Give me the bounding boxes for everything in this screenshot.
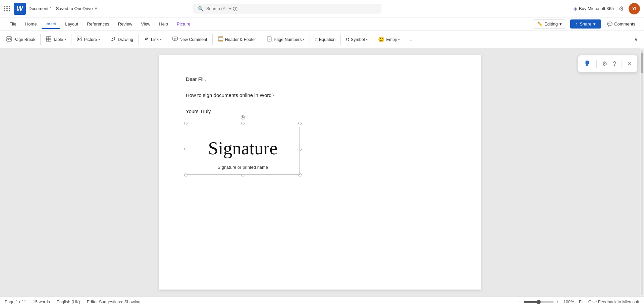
ribbon-sep-6 xyxy=(212,34,213,45)
page-numbers-icon: 1 xyxy=(266,36,272,43)
microphone-button[interactable]: 🎙 xyxy=(584,59,591,68)
title-chevron-icon[interactable]: ∨ xyxy=(95,6,97,11)
new-comment-label: New Comment xyxy=(179,37,207,42)
emoji-label: Emoji xyxy=(386,37,396,42)
ribbon-equation[interactable]: π Equation xyxy=(312,35,338,44)
handle-tc[interactable] xyxy=(241,122,245,125)
voice-close-button[interactable]: ✕ xyxy=(627,61,632,67)
closing-text: Yours Truly, xyxy=(186,107,454,115)
editor-suggestions: Editor Suggestions: Showing xyxy=(87,300,141,304)
picture-label: Picture xyxy=(84,37,97,42)
zoom-minus-button[interactable]: − xyxy=(518,299,521,305)
voice-separator-2 xyxy=(622,60,622,68)
status-bar: Page 1 of 1 15 words English (UK) Editor… xyxy=(0,296,644,307)
share-button[interactable]: ↑ Share ▾ xyxy=(570,19,601,29)
ribbon-picture[interactable]: Picture ▾ xyxy=(74,34,103,45)
ribbon-drawing[interactable]: Drawing xyxy=(108,34,136,45)
zoom-knob xyxy=(537,300,541,304)
menu-home[interactable]: Home xyxy=(21,19,41,29)
ribbon-more[interactable]: ... xyxy=(408,36,416,44)
ribbon-header-footer[interactable]: Header & Footer xyxy=(215,34,259,45)
ribbon-table[interactable]: Table ▾ xyxy=(43,34,69,45)
settings-button[interactable]: ⚙ xyxy=(619,5,624,12)
rotate-handle[interactable]: ↻ xyxy=(241,115,245,119)
svg-rect-15 xyxy=(218,40,223,41)
emoji-chevron-icon: ▾ xyxy=(398,38,400,41)
menu-help[interactable]: Help xyxy=(155,19,172,29)
ribbon-symbol[interactable]: Ω Symbol ▾ xyxy=(343,35,370,44)
editing-chevron-icon: ▾ xyxy=(559,21,562,27)
menu-bar: File Home Insert Layout References Revie… xyxy=(0,17,644,31)
svg-rect-10 xyxy=(173,37,177,40)
editing-pencil-icon: ✏️ xyxy=(537,21,543,27)
ribbon-page-numbers[interactable]: 1 Page Numbers ▾ xyxy=(264,34,307,45)
zoom-slider[interactable] xyxy=(524,301,554,303)
rotate-circle-icon: ↻ xyxy=(241,115,245,119)
table-icon xyxy=(46,36,52,43)
signature-box: Signature Signature or printed name xyxy=(186,127,300,175)
app-grid-icon[interactable] xyxy=(4,6,10,11)
ribbon-sep-1 xyxy=(40,34,41,45)
search-input[interactable] xyxy=(206,6,377,11)
menu-insert[interactable]: Insert xyxy=(42,19,61,29)
ribbon-new-comment[interactable]: New Comment xyxy=(169,34,210,45)
language: English (UK) xyxy=(57,300,80,304)
feedback-label[interactable]: Give Feedback to Microsoft xyxy=(588,300,639,304)
document-content: Dear Fill, How to sign documents online … xyxy=(186,75,454,175)
voice-help-button[interactable]: ? xyxy=(613,60,616,67)
ribbon-link[interactable]: Link ▾ xyxy=(141,34,164,45)
zoom-plus-button[interactable]: + xyxy=(556,299,559,305)
user-avatar[interactable]: YI xyxy=(629,3,640,14)
link-icon xyxy=(144,36,150,43)
editing-button[interactable]: ✏️ Editing ▾ xyxy=(533,19,566,29)
title-bar: W Document 1 - Saved to OneDrive ∨ 🔍 ◈ B… xyxy=(0,0,644,17)
zoom-control: − + xyxy=(518,299,559,305)
ribbon-page-break[interactable]: Page Break xyxy=(3,34,38,45)
menu-file[interactable]: File xyxy=(5,19,20,29)
svg-rect-7 xyxy=(77,37,82,41)
symbol-label: Symbol xyxy=(351,37,365,42)
handle-tr[interactable] xyxy=(298,122,302,125)
signature-area[interactable]: ↻ xyxy=(186,123,300,175)
menu-picture[interactable]: Picture xyxy=(173,19,194,29)
document-title: Document 1 - Saved to OneDrive xyxy=(29,6,93,11)
ribbon-sep-10 xyxy=(373,34,373,45)
handle-tl[interactable] xyxy=(184,122,187,125)
comments-label: Comments xyxy=(614,21,635,27)
picture-icon xyxy=(76,36,83,43)
ribbon-collapse-button[interactable]: ∧ xyxy=(631,35,641,44)
page-info: Page 1 of 1 xyxy=(5,300,26,304)
voice-settings-button[interactable]: ⚙ xyxy=(602,60,607,67)
voice-panel: 🎙 ⚙ ? ✕ xyxy=(578,55,637,72)
more-label: ... xyxy=(410,37,414,42)
scrollbar-thumb[interactable] xyxy=(641,53,643,73)
comments-button[interactable]: 💬 Comments xyxy=(604,19,639,29)
svg-text:1: 1 xyxy=(269,38,270,41)
table-chevron-icon: ▾ xyxy=(64,38,66,41)
link-chevron-icon: ▾ xyxy=(160,38,162,41)
vertical-scrollbar[interactable] xyxy=(640,48,644,296)
comments-icon: 💬 xyxy=(607,21,612,27)
ribbon: Page Break Table ▾ Picture ▾ Drawing Lin… xyxy=(0,31,644,48)
svg-rect-2 xyxy=(7,40,11,41)
ribbon-emoji[interactable]: 🙂 Emoji ▾ xyxy=(375,35,402,44)
share-chevron-icon: ▾ xyxy=(593,21,596,27)
svg-rect-14 xyxy=(218,37,223,38)
search-bar[interactable]: 🔍 xyxy=(194,4,381,13)
ribbon-sep-5 xyxy=(167,34,167,45)
menu-layout[interactable]: Layout xyxy=(61,19,82,29)
emoji-icon: 🙂 xyxy=(378,36,385,43)
word-count: 15 words xyxy=(33,300,50,304)
menu-review[interactable]: Review xyxy=(114,19,137,29)
fit-label[interactable]: Fit xyxy=(579,300,584,304)
buy-ms365-button[interactable]: ◈ Buy Microsoft 365 xyxy=(573,5,614,12)
search-icon: 🔍 xyxy=(198,6,204,11)
status-right: − + 100% Fit Give Feedback to Microsoft xyxy=(518,299,639,305)
ribbon-sep-7 xyxy=(261,34,261,45)
menu-view[interactable]: View xyxy=(137,19,154,29)
scrollbar-track[interactable] xyxy=(641,50,643,295)
document-area: Dear Fill, How to sign documents online … xyxy=(0,48,644,296)
menu-references[interactable]: References xyxy=(83,19,113,29)
header-footer-label: Header & Footer xyxy=(225,37,256,42)
signature-image-text: Signature xyxy=(196,134,289,163)
